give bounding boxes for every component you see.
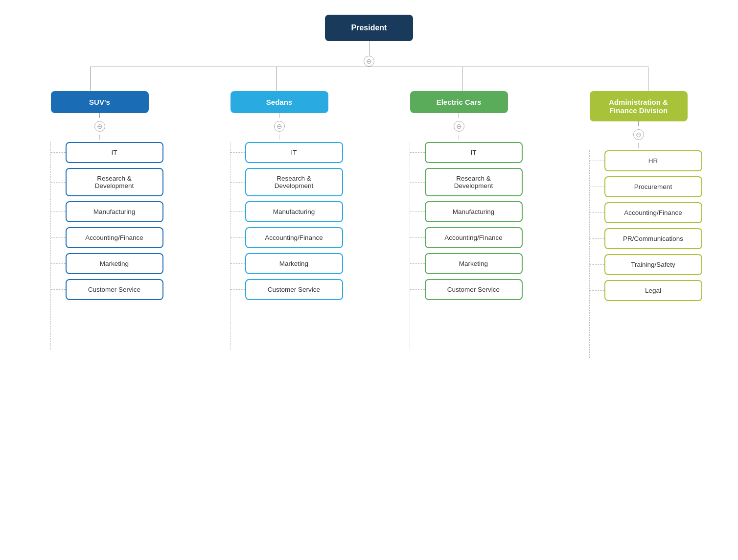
div-sub-connector-electric-cars <box>459 135 459 140</box>
sub-item-box-admin-finance-1[interactable]: Procurement <box>604 176 702 197</box>
sub-item-box-electric-cars-3[interactable]: Accounting/Finance <box>425 227 523 248</box>
v-line-wrapper-admin-finance <box>575 148 590 358</box>
sub-item-box-admin-finance-3[interactable]: PR/Communications <box>604 228 702 249</box>
div-sub-connector-suvs <box>99 135 100 140</box>
list-item: Customer Service <box>231 279 343 300</box>
h-line-sedans-0 <box>231 152 245 153</box>
sub-item-box-sedans-5[interactable]: Customer Service <box>245 279 343 300</box>
sub-items-list-suvs: ITResearch & DevelopmentManufacturingAcc… <box>51 140 163 300</box>
h-line-electric-cars-3 <box>410 237 425 238</box>
div-collapse-icon-sedans[interactable]: ⊖ <box>274 121 285 132</box>
sub-items-list-electric-cars: ITResearch & DevelopmentManufacturingAcc… <box>410 140 523 300</box>
sub-item-box-electric-cars-1[interactable]: Research & Development <box>425 168 523 196</box>
list-item: PR/Communications <box>590 228 702 249</box>
h-line-admin-finance-5 <box>590 290 604 291</box>
sub-item-box-suvs-4[interactable]: Marketing <box>66 253 163 274</box>
sub-items-list-admin-finance: HRProcurementAccounting/FinancePR/Commun… <box>590 148 702 301</box>
sub-item-box-electric-cars-4[interactable]: Marketing <box>425 253 523 274</box>
sub-item-box-electric-cars-2[interactable]: Manufacturing <box>425 201 523 222</box>
div-connector-down-electric-cars <box>459 113 459 118</box>
div-collapse-icon-suvs[interactable]: ⊖ <box>94 121 105 132</box>
list-item: Research & Development <box>231 168 343 196</box>
v-line-wrapper-electric-cars <box>395 140 410 350</box>
h-line-admin-finance-3 <box>590 238 604 239</box>
division-header-admin-finance[interactable]: Administration & Finance Division <box>590 91 688 121</box>
v-drop-2 <box>276 67 277 91</box>
div-connector-down-admin-finance <box>638 121 639 126</box>
list-item: IT <box>410 142 523 163</box>
org-chart: President ⊖ SUV's⊖ITResearch & Developme… <box>0 0 738 373</box>
sub-item-box-admin-finance-0[interactable]: HR <box>604 150 702 171</box>
sub-item-box-suvs-3[interactable]: Accounting/Finance <box>66 227 163 248</box>
division-col-suvs: SUV's⊖ITResearch & DevelopmentManufactur… <box>10 91 189 350</box>
list-item: Accounting/Finance <box>590 202 702 223</box>
sub-items-container-admin-finance: HRProcurementAccounting/FinancePR/Commun… <box>575 148 702 358</box>
list-item: IT <box>231 142 343 163</box>
h-line-electric-cars-1 <box>410 182 425 183</box>
sub-item-box-sedans-0[interactable]: IT <box>245 142 343 163</box>
sub-items-container-sedans: ITResearch & DevelopmentManufacturingAcc… <box>216 140 343 350</box>
sub-item-box-suvs-0[interactable]: IT <box>66 142 163 163</box>
division-header-electric-cars[interactable]: Electric Cars <box>410 91 508 113</box>
h-line-admin-finance-0 <box>590 161 604 161</box>
div-collapse-icon-admin-finance[interactable]: ⊖ <box>633 129 644 140</box>
sub-items-container-suvs: ITResearch & DevelopmentManufacturingAcc… <box>36 140 163 350</box>
list-item: Manufacturing <box>51 201 163 222</box>
list-item: Research & Development <box>410 168 523 196</box>
sub-item-box-electric-cars-5[interactable]: Customer Service <box>425 279 523 300</box>
list-item: Manufacturing <box>231 201 343 222</box>
president-collapse-icon[interactable]: ⊖ <box>364 56 374 67</box>
h-line-sedans-2 <box>231 211 245 212</box>
list-item: Procurement <box>590 176 702 197</box>
div-sub-connector-sedans <box>279 135 279 140</box>
h-line-admin-finance-2 <box>590 212 604 213</box>
h-line-sedans-5 <box>231 289 245 290</box>
sub-items-container-electric-cars: ITResearch & DevelopmentManufacturingAcc… <box>395 140 523 350</box>
list-item: Research & Development <box>51 168 163 196</box>
sub-item-box-electric-cars-0[interactable]: IT <box>425 142 523 163</box>
division-col-electric-cars: Electric Cars⊖ITResearch & DevelopmentMa… <box>369 91 549 350</box>
list-item: HR <box>590 150 702 171</box>
list-item: Manufacturing <box>410 201 523 222</box>
divisions-row: SUV's⊖ITResearch & DevelopmentManufactur… <box>10 91 728 358</box>
h-line-suvs-2 <box>51 211 66 212</box>
division-col-admin-finance: Administration & Finance Division⊖HRProc… <box>549 91 728 358</box>
division-header-suvs[interactable]: SUV's <box>51 91 149 113</box>
list-item: Marketing <box>51 253 163 274</box>
sub-item-box-admin-finance-5[interactable]: Legal <box>604 280 702 301</box>
div-collapse-icon-electric-cars[interactable]: ⊖ <box>454 121 464 132</box>
sub-item-box-suvs-1[interactable]: Research & Development <box>66 168 163 196</box>
v-line-wrapper-sedans <box>216 140 231 350</box>
list-item: Accounting/Finance <box>410 227 523 248</box>
div-sub-connector-admin-finance <box>638 143 639 148</box>
sub-item-box-suvs-2[interactable]: Manufacturing <box>66 201 163 222</box>
h-line-electric-cars-0 <box>410 152 425 153</box>
v-drop-4 <box>648 67 648 91</box>
h-line-suvs-0 <box>51 152 66 153</box>
h-line-suvs-5 <box>51 289 66 290</box>
h-line-admin-finance-1 <box>590 187 604 187</box>
v-line-wrapper-suvs <box>36 140 51 350</box>
sub-item-box-admin-finance-2[interactable]: Accounting/Finance <box>604 202 702 223</box>
list-item: Training/Safety <box>590 254 702 275</box>
list-item: IT <box>51 142 163 163</box>
sub-item-box-sedans-1[interactable]: Research & Development <box>245 168 343 196</box>
list-item: Marketing <box>410 253 523 274</box>
h-line-sedans-3 <box>231 237 245 238</box>
h-line-admin-finance-4 <box>590 264 604 265</box>
sub-item-box-admin-finance-4[interactable]: Training/Safety <box>604 254 702 275</box>
sub-item-box-sedans-4[interactable]: Marketing <box>245 253 343 274</box>
top-h-line <box>90 67 648 67</box>
h-line-sedans-1 <box>231 182 245 183</box>
sub-item-box-suvs-5[interactable]: Customer Service <box>66 279 163 300</box>
div-connector-down-suvs <box>99 113 100 118</box>
list-item: Accounting/Finance <box>51 227 163 248</box>
h-line-sedans-4 <box>231 263 245 264</box>
division-header-sedans[interactable]: Sedans <box>231 91 328 113</box>
sub-item-box-sedans-3[interactable]: Accounting/Finance <box>245 227 343 248</box>
div-connector-down-sedans <box>279 113 279 118</box>
sub-item-box-sedans-2[interactable]: Manufacturing <box>245 201 343 222</box>
president-node[interactable]: President <box>325 15 413 41</box>
president-connector-down <box>369 41 369 56</box>
h-line-electric-cars-2 <box>410 211 425 212</box>
